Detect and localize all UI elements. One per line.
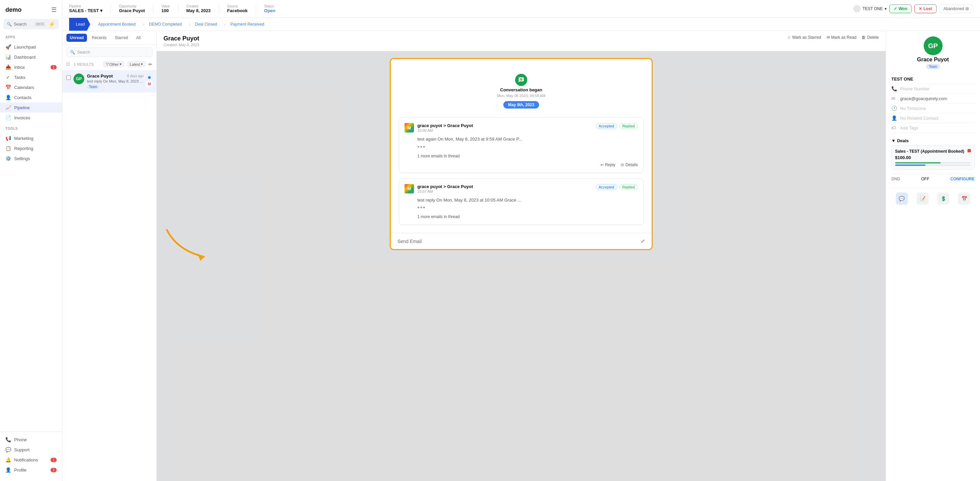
conv-item-grace[interactable]: GP Grace Puyot 8 days ago test reply On … xyxy=(62,70,156,93)
conv-checkbox[interactable] xyxy=(67,76,71,80)
sidebar-search[interactable]: 🔍 Search ctrl K ⚡ xyxy=(3,19,59,29)
stage-lead[interactable]: Lead xyxy=(69,18,90,31)
pipeline-value[interactable]: SALES - TEST ▾ xyxy=(69,8,102,13)
hamburger-icon[interactable]: ☰ xyxy=(51,6,57,13)
began-time: Mon, May 08 2023, 09:59 AM xyxy=(497,94,546,98)
dnd-configure-button[interactable]: CONFIGURE xyxy=(950,177,975,181)
email-thread-2[interactable]: 1 more emails in thread xyxy=(404,214,638,219)
stage-payment[interactable]: Payment Received xyxy=(227,18,270,31)
invoices-icon: 📄 xyxy=(5,115,11,120)
deal-progress xyxy=(895,162,971,164)
related-contact-value: No Related Contact xyxy=(900,116,938,121)
tags-value[interactable]: Add Tags xyxy=(900,125,918,130)
expand-icon[interactable]: ⤢ xyxy=(641,238,645,244)
sidebar-item-inbox[interactable]: 📥 Inbox 1 xyxy=(0,62,62,72)
contact-badge: Team xyxy=(926,64,940,69)
compose-icon[interactable]: ✏ xyxy=(148,62,153,67)
tab-starred[interactable]: Starred xyxy=(111,34,131,42)
reply-button-1[interactable]: ↩ Reply xyxy=(600,162,616,167)
stage-arrow-1: › xyxy=(92,21,93,27)
details-button-1[interactable]: ⊙ Details xyxy=(620,162,638,167)
won-button[interactable]: ✓ Won xyxy=(889,5,912,13)
conv-time-grace: 8 days ago xyxy=(127,74,143,78)
phone-icon: 📞 xyxy=(5,437,11,442)
sidebar-item-notifications[interactable]: 🔔 Notifications 1 xyxy=(0,455,62,465)
tab-recents[interactable]: Recents xyxy=(88,34,110,42)
email-info-icon: ✉ xyxy=(891,96,897,101)
email-time-1: 10:00 AM xyxy=(417,129,473,132)
conv-header: Grace Puyot Created: May 8, 2023 ☆ Mark … xyxy=(157,31,886,51)
dollar-icon-btn[interactable]: 💲 xyxy=(937,192,949,205)
phone-info-icon: 📞 xyxy=(891,86,897,91)
user-selector[interactable]: TEST ONE ▾ xyxy=(853,5,887,13)
right-panel: GP Grace Puyot Team TEST ONE 📞 Phone Num… xyxy=(886,31,980,481)
sidebar-item-settings[interactable]: ⚙️ Settings xyxy=(0,153,62,164)
marketing-icon: 📢 xyxy=(5,135,11,141)
badge-accepted-1: Accepted xyxy=(596,123,617,129)
email-thread-1[interactable]: 1 more emails in thread xyxy=(404,154,638,159)
x-icon: ✕ xyxy=(919,6,922,11)
created-value: May 8, 2023 xyxy=(186,8,211,13)
send-email-label[interactable]: Send Email xyxy=(398,239,422,244)
conv-info-grace: Grace Puyot 8 days ago test reply On Mon… xyxy=(87,73,143,89)
checkbox-all[interactable]: ☐ xyxy=(67,62,70,67)
contact-avatar: GP xyxy=(924,37,943,55)
email-body-1: test again On Mon, May 8, 2023 at 9:59 A… xyxy=(404,136,638,143)
sidebar-item-calendars[interactable]: 📅 Calendars xyxy=(0,82,62,92)
sidebar-item-phone[interactable]: 📞 Phone xyxy=(0,435,62,444)
abandoned-button[interactable]: Abandoned ⊞ xyxy=(939,5,973,13)
sort-latest-button[interactable]: Latest ▾ xyxy=(127,61,146,67)
sidebar-item-support[interactable]: 💬 Support xyxy=(0,444,62,455)
sidebar: demo ☰ 🔍 Search ctrl K ⚡ Apps 🚀 Launchpa… xyxy=(0,0,62,481)
stage-demo[interactable]: DEMO Completed xyxy=(146,18,187,31)
email-status-1: Accepted Replied xyxy=(596,123,638,129)
sidebar-item-dashboard[interactable]: 📊 Dashboard xyxy=(0,52,62,62)
sidebar-item-label-settings: Settings xyxy=(14,156,57,161)
conv-modal-footer: Send Email ⤢ xyxy=(391,233,652,249)
notes-icon-btn[interactable]: 📝 xyxy=(916,192,929,205)
email-sender-1: M grace puyot > Grace Puyot 10:00 AM xyxy=(404,123,473,132)
mark-starred-action[interactable]: ☆ Mark as Starred xyxy=(787,35,821,40)
tab-unread[interactable]: Unread xyxy=(67,34,87,42)
sidebar-item-invoices[interactable]: 📄 Invoices xyxy=(0,113,62,123)
inbox-icon: 📥 xyxy=(5,64,11,70)
tab-all[interactable]: All xyxy=(133,34,144,42)
filter-other-button[interactable]: ▽ Other ▾ xyxy=(103,61,125,67)
search-nav-icon[interactable]: ⚡ xyxy=(49,21,55,27)
stage-appointment[interactable]: Appointment Booked xyxy=(95,18,141,31)
conv-search-input[interactable]: 🔍 Search xyxy=(67,48,153,57)
deal-value: $100.00 xyxy=(895,155,971,160)
stage-deal[interactable]: Deal Closed xyxy=(191,18,222,31)
mark-read-action[interactable]: ✉ Mark as Read xyxy=(827,35,857,40)
sidebar-item-pipeline[interactable]: 📈 Pipeline xyxy=(0,102,62,113)
assigned-to: TEST ONE xyxy=(891,75,975,84)
email-value[interactable]: grace@goacquirely.com xyxy=(900,96,947,101)
sidebar-item-marketing[interactable]: 📢 Marketing xyxy=(0,133,62,143)
settings-icon: ⚙️ xyxy=(5,156,11,161)
deal-card: Sales - TEST (Appointment Booked) $100.0… xyxy=(891,145,975,170)
chat-icon-btn[interactable]: 💬 xyxy=(896,192,908,205)
sidebar-item-tasks[interactable]: ✓ Tasks xyxy=(0,72,62,82)
delete-action[interactable]: 🗑 Delete xyxy=(862,35,879,40)
sidebar-item-label-launchpad: Launchpad xyxy=(14,44,57,49)
support-icon: 💬 xyxy=(5,447,11,452)
calendar-icon-btn[interactable]: 📅 xyxy=(958,192,970,205)
reporting-icon: 📋 xyxy=(5,146,11,151)
status-section: Status Open xyxy=(264,5,275,13)
email-card-2-header: M grace puyot > Grace Puyot 10:07 AM xyxy=(404,184,638,194)
deal-progress-2 xyxy=(895,165,971,166)
sidebar-item-launchpad[interactable]: 🚀 Launchpad xyxy=(0,42,62,52)
email-card-1-header: M grace puyot > Grace Puyot 10:00 AM xyxy=(404,123,638,132)
phone-value[interactable]: Phone Number xyxy=(900,86,929,91)
sidebar-item-reporting[interactable]: 📋 Reporting xyxy=(0,143,62,153)
source-label: Source xyxy=(227,5,248,8)
value-value: 100 xyxy=(161,8,170,13)
logo: demo xyxy=(5,6,22,13)
sidebar-item-contacts[interactable]: 👤 Contacts xyxy=(0,92,62,102)
dnd-label: DND xyxy=(891,177,900,181)
lost-button[interactable]: ✕ Lost xyxy=(914,5,936,13)
sidebar-item-profile[interactable]: 👤 Profile 3 xyxy=(0,465,62,475)
results-count: 1 RESULTS xyxy=(74,62,100,67)
sidebar-item-label-dashboard: Dashboard xyxy=(14,55,57,60)
opportunity-value: Grace Puyot xyxy=(119,8,145,13)
